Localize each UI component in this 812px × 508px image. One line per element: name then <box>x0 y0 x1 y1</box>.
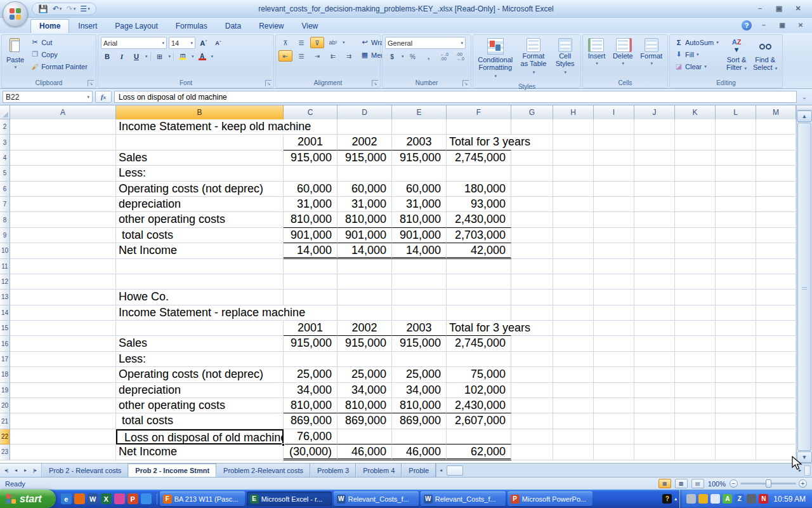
select-all-corner[interactable] <box>0 105 10 119</box>
cell-C12[interactable] <box>284 274 337 290</box>
cell-K16[interactable] <box>675 336 716 351</box>
row-header-16[interactable]: 16 <box>0 336 10 351</box>
align-middle-icon[interactable]: ☰ <box>294 37 308 48</box>
column-header-C[interactable]: C <box>284 105 337 119</box>
cell-D10[interactable]: 14,000 <box>337 243 392 258</box>
firefox-icon[interactable] <box>74 493 85 504</box>
bold-button[interactable]: B <box>101 51 114 62</box>
cell-A16[interactable] <box>10 336 116 351</box>
row-header-14[interactable]: 14 <box>0 305 10 321</box>
name-box[interactable]: B22▾ <box>3 91 93 103</box>
last-sheet-icon[interactable]: |▸ <box>30 465 39 476</box>
page-layout-view-icon[interactable]: ▩ <box>675 479 688 488</box>
cell-K7[interactable] <box>675 197 716 212</box>
close-icon[interactable]: ✕ <box>792 4 804 13</box>
column-header-A[interactable]: A <box>10 105 116 119</box>
cell-D7[interactable]: 31,000 <box>337 197 392 212</box>
redo-icon[interactable]: ↷▾ <box>65 4 77 14</box>
sort-filter-button[interactable]: AZ▼ Sort & Filter ▾ <box>724 37 749 74</box>
number-format-select[interactable]: General▾ <box>385 37 466 49</box>
cell-K22[interactable] <box>675 429 716 444</box>
cell-E21[interactable]: 869,000 <box>392 413 447 429</box>
cell-M4[interactable] <box>756 150 796 166</box>
cell-M17[interactable] <box>756 352 796 367</box>
cell-F10[interactable]: 42,000 <box>447 243 511 258</box>
cell-L12[interactable] <box>716 274 756 290</box>
cell-B23[interactable]: Net Income <box>116 444 284 460</box>
comma-style-icon[interactable]: , <box>422 51 436 62</box>
cell-K3[interactable] <box>675 135 716 150</box>
column-header-B[interactable]: B <box>116 105 284 119</box>
cell-C4[interactable]: 915,000 <box>284 150 337 166</box>
cell-J8[interactable] <box>634 212 675 227</box>
cell-K15[interactable] <box>675 321 716 336</box>
next-sheet-icon[interactable]: ▸ <box>21 465 30 476</box>
undo-icon[interactable]: ↶▾ <box>51 4 63 14</box>
cell-C3[interactable]: 2001 <box>284 135 337 150</box>
workbook-minimize-icon[interactable]: – <box>757 22 770 29</box>
cell-A4[interactable] <box>10 150 116 166</box>
cell-A17[interactable] <box>10 352 116 367</box>
cell-E6[interactable]: 60,000 <box>392 182 447 197</box>
cell-J14[interactable] <box>634 305 675 321</box>
vertical-scrollbar[interactable]: ▲ ▼ <box>796 105 812 463</box>
copy-button[interactable]: ❐Copy <box>29 49 89 60</box>
workbook-restore-icon[interactable]: ▣ <box>776 22 789 29</box>
cell-C15[interactable]: 2001 <box>284 321 337 336</box>
cell-B2[interactable]: Income Statement - keep old machine <box>116 119 284 135</box>
cell-D8[interactable]: 810,000 <box>337 212 392 227</box>
cell-B8[interactable]: other operating costs <box>116 212 284 227</box>
sheet-tab-problem-4[interactable]: Problem 4 <box>356 464 402 477</box>
cell-L7[interactable] <box>716 197 756 212</box>
cell-L11[interactable] <box>716 259 756 274</box>
column-header-E[interactable]: E <box>392 105 447 119</box>
paste-button[interactable]: Paste ▾ <box>4 37 26 72</box>
cell-B19[interactable]: depreciation <box>116 383 284 398</box>
cell-F11[interactable] <box>447 259 511 274</box>
restore-icon[interactable]: ▣ <box>773 4 785 13</box>
autosum-button[interactable]: ΣAutoSum▾ <box>672 37 722 48</box>
format-cells-button[interactable]: Format▾ <box>638 37 664 69</box>
cell-M10[interactable] <box>756 243 796 258</box>
cell-J22[interactable] <box>634 429 675 444</box>
cell-B4[interactable]: Sales <box>116 150 284 166</box>
cell-I22[interactable] <box>594 429 634 444</box>
column-header-L[interactable]: L <box>716 105 756 119</box>
cell-J17[interactable] <box>634 352 675 367</box>
cell-H2[interactable] <box>553 119 594 135</box>
cell-E22[interactable] <box>392 429 447 444</box>
cell-A15[interactable] <box>10 321 116 336</box>
cell-C8[interactable]: 810,000 <box>284 212 337 227</box>
page-break-view-icon[interactable]: ▤ <box>691 479 704 488</box>
cell-A10[interactable] <box>10 243 116 258</box>
column-header-J[interactable]: J <box>634 105 675 119</box>
row-header-4[interactable]: 4 <box>0 150 10 166</box>
cell-L20[interactable] <box>716 398 756 413</box>
tray-icon-1[interactable] <box>686 494 696 504</box>
row-header-5[interactable]: 5 <box>0 166 10 181</box>
formula-input[interactable]: Loss on disposal of old machine <box>114 91 797 103</box>
cell-E9[interactable]: 901,000 <box>392 228 447 243</box>
cell-C18[interactable]: 25,000 <box>284 367 337 382</box>
align-center-icon[interactable]: ☰ <box>294 50 308 62</box>
taskbar-button-word[interactable]: WRelevant_Costs_f... <box>334 491 419 506</box>
cell-C19[interactable]: 34,000 <box>284 383 337 398</box>
internet-explorer-icon[interactable]: e <box>61 493 72 504</box>
cell-C9[interactable]: 901,000 <box>284 228 337 243</box>
font-dialog-launcher[interactable]: ↘ <box>265 80 272 86</box>
cell-K6[interactable] <box>675 182 716 197</box>
scroll-up-icon[interactable]: ▲ <box>797 110 812 122</box>
cell-E5[interactable] <box>392 166 447 181</box>
tray-icon-5[interactable]: Z <box>735 494 744 504</box>
cell-K5[interactable] <box>675 166 716 181</box>
cell-E4[interactable]: 915,000 <box>392 150 447 166</box>
cell-M3[interactable] <box>756 135 796 150</box>
zoom-in-icon[interactable]: + <box>799 479 807 488</box>
cell-E11[interactable] <box>392 259 447 274</box>
column-header-G[interactable]: G <box>511 105 553 119</box>
cell-L15[interactable] <box>716 321 756 336</box>
cell-B20[interactable]: other operating costs <box>116 398 284 413</box>
ribbon-tab-insert[interactable]: Insert <box>69 19 106 33</box>
font-color-icon[interactable]: A <box>196 51 209 62</box>
cell-M5[interactable] <box>756 166 796 181</box>
